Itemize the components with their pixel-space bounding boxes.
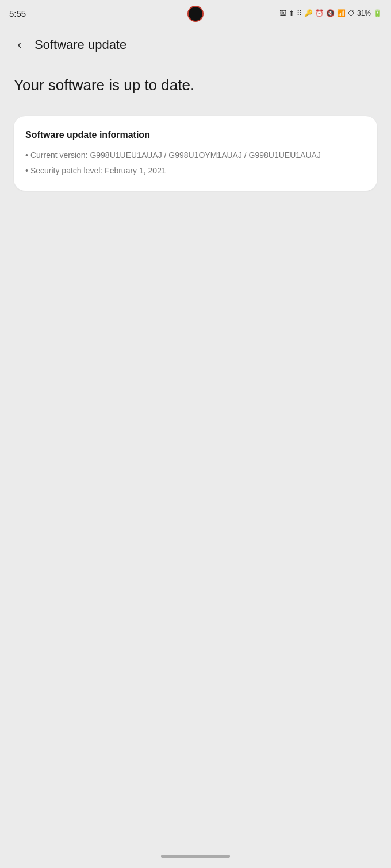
- gallery-icon: 🖼: [279, 9, 286, 17]
- wifi-icon: 📶: [337, 9, 346, 17]
- back-arrow-icon: ‹: [17, 37, 21, 52]
- camera-dot: [187, 6, 204, 22]
- sync-icon: ⬆: [289, 9, 294, 17]
- main-content: Your software is up to date. Software up…: [0, 64, 391, 205]
- page-title: Software update: [34, 37, 126, 52]
- security-patch-item: • Security patch level: February 1, 2021: [25, 165, 366, 177]
- status-icons: 🖼 ⬆ ⠿ 🔑 ⏰ 🔇 📶 ⏱ 31% 🔋: [279, 9, 382, 17]
- mute-icon: 🔇: [326, 9, 335, 17]
- battery-text: 31%: [357, 9, 371, 17]
- alarm-icon: ⏰: [315, 9, 324, 17]
- current-version-text: Current version: G998U1UEU1AUAJ / G998U1…: [30, 149, 321, 161]
- info-card-title: Software update information: [25, 130, 366, 140]
- bullet-icon-2: •: [25, 165, 28, 177]
- timer-icon: ⏱: [348, 9, 355, 17]
- software-info-card: Software update information • Current ve…: [14, 116, 377, 191]
- up-to-date-message: Your software is up to date.: [14, 76, 377, 95]
- current-version-item: • Current version: G998U1UEU1AUAJ / G998…: [25, 149, 366, 161]
- bullet-icon-1: •: [25, 149, 28, 161]
- back-button[interactable]: ‹: [9, 34, 30, 55]
- header: ‹ Software update: [0, 25, 391, 64]
- key-icon: 🔑: [304, 9, 313, 17]
- security-patch-text: Security patch level: February 1, 2021: [30, 165, 166, 177]
- bottom-nav-handle: [161, 855, 230, 858]
- battery-icon: 🔋: [373, 9, 382, 17]
- grid-icon: ⠿: [297, 9, 302, 17]
- status-time: 5:55: [9, 9, 26, 18]
